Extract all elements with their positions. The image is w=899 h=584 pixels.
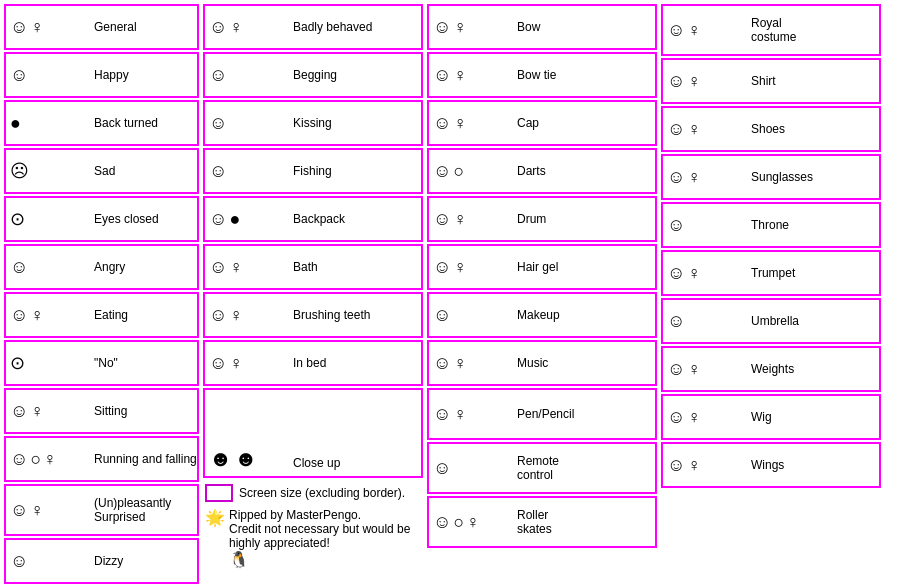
char-icon: ☺	[667, 408, 685, 426]
item-label: Happy	[90, 68, 129, 82]
char-icon: ♀	[453, 210, 467, 228]
list-item: ☺ ♀ Sunglasses	[661, 154, 881, 200]
list-item: ☺ ♀ Sitting	[4, 388, 199, 434]
item-label: Music	[513, 356, 548, 370]
char-icon: ☺	[667, 360, 685, 378]
char-icon: ☺	[433, 405, 451, 423]
char-icon: ♀	[687, 168, 701, 186]
item-label: Sitting	[90, 404, 127, 418]
list-item: ☺ Begging	[203, 52, 423, 98]
item-label: Angry	[90, 260, 125, 274]
char-icon: ☺	[10, 306, 28, 324]
list-item: ☺ ○ ♀ Rollerskates	[427, 496, 657, 548]
credit-line2: Credit not necessary but would be highly…	[229, 522, 421, 550]
char-icon: ☺	[433, 114, 451, 132]
char-icon: ☺	[667, 72, 685, 90]
item-label: Eating	[90, 308, 128, 322]
list-item: ☺ Happy	[4, 52, 199, 98]
list-item: ⊙ Eyes closed	[4, 196, 199, 242]
char-icon: ●	[229, 210, 240, 228]
list-item: ☺ ♀ Royalcostume	[661, 4, 881, 56]
item-label: Weights	[747, 362, 794, 376]
char-icon: ♀	[687, 72, 701, 90]
char-icon: ☺	[10, 450, 28, 468]
char-icon: ♀	[30, 18, 44, 36]
char-icon: ☺	[433, 513, 451, 531]
item-label: Rollerskates	[513, 508, 552, 536]
char-icon: ☺	[667, 120, 685, 138]
item-label: Throne	[747, 218, 789, 232]
item-label: Hair gel	[513, 260, 558, 274]
item-label: Darts	[513, 164, 546, 178]
list-item: ☺ ♀ Pen/Pencil	[427, 388, 657, 440]
list-item: ☺ ♀ Shoes	[661, 106, 881, 152]
penguin-icon: 🐧	[229, 551, 249, 568]
list-item: ● Back turned	[4, 100, 199, 146]
char-icon: ☺	[433, 306, 451, 324]
char-icon: ☺	[667, 21, 685, 39]
char-icon: ♀	[687, 408, 701, 426]
list-item: ☺ ♀ Brushing teeth	[203, 292, 423, 338]
char-icon: ○	[30, 450, 41, 468]
char-icon: ☺	[209, 162, 227, 180]
char-icon: ☺	[10, 18, 28, 36]
item-label: Brushing teeth	[289, 308, 370, 322]
item-label: In bed	[289, 356, 326, 370]
item-label: Royalcostume	[747, 16, 796, 44]
item-label: Wings	[747, 458, 784, 472]
item-label: Cap	[513, 116, 539, 130]
item-label: Pen/Pencil	[513, 407, 574, 421]
item-label: Eyes closed	[90, 212, 159, 226]
main-layout: ☺ ♀ General ☺ Happy ● Back turned ☹ Sad	[0, 0, 899, 584]
list-item: ☺ Kissing	[203, 100, 423, 146]
char-icon: ☺	[433, 258, 451, 276]
char-icon: ♀	[453, 66, 467, 84]
char-icon: ♀	[453, 258, 467, 276]
credit-line1: Ripped by MasterPengo.	[229, 508, 421, 522]
bottom-section: Screen size (excluding border). 🌟 Ripped…	[203, 480, 423, 573]
char-icon: ☺	[10, 258, 28, 276]
credit-row: 🌟 Ripped by MasterPengo. Credit not nece…	[205, 508, 421, 569]
list-item: ☺ ♀ General	[4, 4, 199, 50]
char-icon: ♀	[687, 264, 701, 282]
list-item: ☺ ♀ Bow tie	[427, 52, 657, 98]
item-label: Bath	[289, 260, 318, 274]
char-icon: ☺	[433, 162, 451, 180]
char-icon: ♀	[453, 18, 467, 36]
col3: ☺ ♀ Bow ☺ ♀ Bow tie ☺ ♀ Cap ☺ ○ Darts	[427, 4, 657, 584]
char-icon: ♀	[30, 402, 44, 420]
char-icon: ♀	[30, 501, 44, 519]
char-icon: ☺	[433, 354, 451, 372]
char-icon: ☺	[10, 552, 28, 570]
item-label: Sunglasses	[747, 170, 813, 184]
item-label: Fishing	[289, 164, 332, 178]
char-icon: ♀	[229, 258, 243, 276]
list-item: ☺ ♀ Badly behaved	[203, 4, 423, 50]
char-icon: ♀	[687, 21, 701, 39]
item-label: Backpack	[289, 212, 345, 226]
char-icon: ♀	[466, 513, 480, 531]
col1: ☺ ♀ General ☺ Happy ● Back turned ☹ Sad	[4, 4, 199, 584]
char-icon: ♀	[30, 306, 44, 324]
screen-size-row: Screen size (excluding border).	[205, 484, 421, 502]
credit-text: Ripped by MasterPengo. Credit not necess…	[229, 508, 421, 569]
char-icon: ☺	[209, 66, 227, 84]
list-item: ☺ ♀ Weights	[661, 346, 881, 392]
list-item: ☹ Sad	[4, 148, 199, 194]
char-icon: ☻	[209, 448, 232, 470]
list-item: ☺ ○ Darts	[427, 148, 657, 194]
char-icon: ☻	[234, 448, 257, 470]
item-label: "No"	[90, 356, 118, 370]
char-icon: ♀	[687, 120, 701, 138]
list-item: ☺ ♀ Wings	[661, 442, 881, 488]
char-icon: ♀	[229, 306, 243, 324]
col4: ☺ ♀ Royalcostume ☺ ♀ Shirt ☺ ♀ Shoes ☺ ♀	[661, 4, 881, 584]
item-label: Drum	[513, 212, 546, 226]
item-label: Trumpet	[747, 266, 795, 280]
list-item: ☺ ♀ Bath	[203, 244, 423, 290]
item-label: Close up	[289, 456, 340, 470]
char-icon: ☺	[433, 18, 451, 36]
char-icon: ☺	[433, 210, 451, 228]
char-icon: ♀	[453, 405, 467, 423]
char-icon: ☺	[209, 354, 227, 372]
